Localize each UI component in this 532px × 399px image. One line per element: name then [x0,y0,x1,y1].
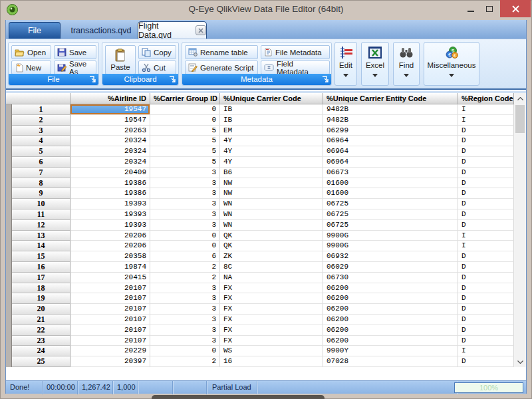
table-cell[interactable]: 19547 [70,115,150,126]
table-cell[interactable]: 06200 [323,283,458,294]
table-cell[interactable]: IB [220,115,323,126]
table-cell[interactable]: 5 [150,126,220,136]
row-header[interactable]: 4 [12,136,70,146]
scroll-down-button[interactable] [514,356,526,367]
column-header-4[interactable]: %Unique Carrier Entity Code [323,93,458,104]
row-header[interactable]: 1 [12,104,70,115]
paste-button[interactable]: Paste [105,45,136,74]
table-cell[interactable]: 20107 [70,315,150,325]
table-cell[interactable]: 9900G [323,231,458,241]
row-header[interactable]: 11 [12,209,70,220]
column-header-1[interactable]: %Airline ID [70,93,150,104]
table-cell[interactable]: 9482B [323,104,458,115]
table-cell[interactable]: 06964 [323,157,458,168]
table-cell[interactable]: 19547 [70,104,150,115]
open-button[interactable]: Open [11,45,51,59]
new-button[interactable]: New [11,61,51,74]
table-cell[interactable]: FX [220,283,323,294]
row-header[interactable]: 8 [12,178,70,189]
copy-button[interactable]: Copy [138,45,176,59]
table-cell[interactable]: D [458,209,514,220]
table-cell[interactable]: QK [220,231,323,241]
generate-script-button[interactable]: Generate Script [185,61,258,74]
table-cell[interactable]: D [458,315,514,325]
table-cell[interactable]: EM [220,126,323,136]
table-cell[interactable]: 16 [220,356,323,367]
tab-close-button[interactable] [196,25,206,35]
table-cell[interactable]: 06200 [323,293,458,304]
dialog-launcher-icon[interactable] [169,76,176,83]
table-cell[interactable]: 20415 [70,273,150,283]
table-cell[interactable]: 2 [150,262,220,273]
table-cell[interactable]: 20409 [70,168,150,178]
table-cell[interactable]: D [458,336,514,346]
table-cell[interactable]: NW [220,178,323,189]
table-cell[interactable]: 19874 [70,262,150,273]
row-header[interactable]: 20 [12,304,70,315]
table-cell[interactable]: 06029 [323,262,458,273]
row-header[interactable]: 3 [12,126,70,136]
table-cell[interactable]: I [458,104,514,115]
grid-corner-cell[interactable] [6,93,70,104]
table-cell[interactable]: D [458,168,514,178]
find-dropdown-button[interactable]: Find [393,42,420,86]
table-cell[interactable]: 06299 [323,126,458,136]
table-cell[interactable]: D [458,304,514,315]
row-header[interactable]: 22 [12,325,70,336]
table-cell[interactable]: NA [220,273,323,283]
table-cell[interactable]: 01600 [323,188,458,199]
table-cell[interactable]: I [458,115,514,126]
excel-dropdown-button[interactable]: Excel [361,42,389,86]
table-cell[interactable]: FX [220,293,323,304]
table-cell[interactable]: 20107 [70,283,150,294]
row-header[interactable]: 13 [12,231,70,241]
table-cell[interactable]: FX [220,325,323,336]
row-header[interactable]: 2 [12,115,70,126]
miscellaneous-dropdown-button[interactable]: $ € £ Miscellaneous [424,42,479,86]
table-cell[interactable]: D [458,178,514,189]
file-metadata-button[interactable]: File Metadata [261,45,330,59]
table-cell[interactable]: 06932 [323,251,458,262]
row-header[interactable]: 10 [12,199,70,209]
table-cell[interactable]: 6 [150,251,220,262]
row-header[interactable]: 5 [12,146,70,157]
table-cell[interactable]: IB [220,104,323,115]
table-cell[interactable]: WN [220,199,323,209]
table-cell[interactable]: 3 [150,336,220,346]
table-cell[interactable]: I [458,231,514,241]
table-cell[interactable]: 06200 [323,325,458,336]
table-cell[interactable]: 3 [150,325,220,336]
table-cell[interactable]: D [458,157,514,168]
file-menu-button[interactable]: File [9,22,61,39]
table-cell[interactable]: D [458,146,514,157]
maximize-button[interactable] [480,0,499,17]
table-cell[interactable]: 20206 [70,231,150,241]
scroll-up-button[interactable] [514,93,526,104]
table-cell[interactable]: 19393 [70,209,150,220]
table-cell[interactable]: 06964 [323,146,458,157]
column-header-5[interactable]: %Region Code [458,93,514,104]
table-cell[interactable]: I [458,241,514,251]
table-cell[interactable]: B6 [220,168,323,178]
table-cell[interactable]: 06200 [323,336,458,346]
row-header[interactable]: 14 [12,241,70,251]
table-cell[interactable]: 19386 [70,188,150,199]
table-cell[interactable]: I [458,346,514,356]
row-header[interactable]: 21 [12,315,70,325]
table-cell[interactable]: 19393 [70,220,150,231]
rename-table-button[interactable]: Rename table [185,45,258,59]
table-cell[interactable]: D [458,273,514,283]
table-cell[interactable]: 3 [150,304,220,315]
table-cell[interactable]: 8C [220,262,323,273]
table-cell[interactable]: 0 [150,115,220,126]
edit-dropdown-button[interactable]: Edit [334,42,357,86]
table-cell[interactable]: 06725 [323,209,458,220]
table-cell[interactable]: D [458,356,514,367]
table-cell[interactable]: 9900Y [323,346,458,356]
column-header-3[interactable]: %Unique Carrier Code [220,93,323,104]
dialog-launcher-icon[interactable] [322,76,329,83]
table-cell[interactable]: 06725 [323,199,458,209]
table-cell[interactable]: 3 [150,220,220,231]
table-cell[interactable]: 20107 [70,304,150,315]
table-cell[interactable]: 20324 [70,157,150,168]
